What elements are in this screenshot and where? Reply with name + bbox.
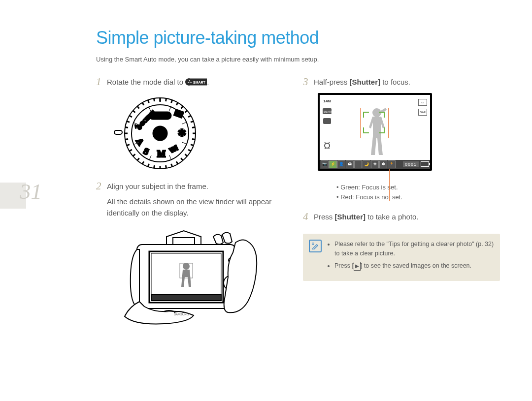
svg-line-16 [191, 144, 194, 145]
night-scene-icon: 🌙 [363, 160, 370, 168]
svg-line-15 [192, 139, 195, 139]
lcd-preview-figure: 14M SMART ▭ SAF [318, 93, 441, 203]
step-3-pre: Half-press [314, 78, 350, 86]
svg-line-33 [125, 127, 128, 127]
svg-text:SMART: SMART [153, 115, 166, 118]
lcd-left-icons: 14M SMART [322, 98, 332, 149]
focus-note-green: Green: Focus is set. [336, 183, 441, 193]
svg-line-31 [125, 139, 128, 139]
step-4-post: to take a photo. [366, 213, 419, 221]
step-4-pre: Press [314, 213, 335, 221]
note-icon [309, 240, 322, 252]
tip-2-post: ] to see the saved images on the screen. [361, 262, 471, 269]
landscape-scene-icon: 🏔 [346, 160, 354, 168]
svg-line-12 [191, 121, 194, 122]
step-3-number: 3 [303, 76, 308, 88]
shot-counter: 0001 [403, 161, 419, 167]
step-4-number: 4 [303, 211, 308, 223]
svg-line-7 [171, 100, 172, 103]
step-3: 3 Half-press [Shutter] to focus. [303, 77, 500, 88]
step-4-text: Press [Shutter] to take a photo. [314, 213, 419, 221]
lcd-bottom-bar: 📷 ⚡ 👤 🏔 🌙 ❀ ✽ 🏃 0001 [320, 160, 430, 169]
intro-text: Using the Smart Auto mode, you can take … [96, 56, 319, 63]
step-1-post: . [207, 78, 209, 86]
step-2-number: 2 [96, 180, 101, 192]
step-3-bold: [Shutter] [350, 78, 381, 86]
focus-notes: Green: Focus is set. Red: Focus is not s… [336, 183, 441, 203]
svg-line-24 [154, 165, 154, 168]
svg-line-21 [171, 164, 172, 167]
svg-rect-66 [151, 295, 221, 301]
focus-note-red: Red: Focus is not set. [336, 192, 441, 203]
tip-item-2: Press [▶] to see the saved images on the… [334, 261, 494, 271]
camera-holding-figure: SAMSUNG [110, 228, 283, 328]
svg-point-0 [189, 80, 190, 81]
tip-list: Please refer to the "Tips for getting a … [327, 240, 494, 274]
focus-confirm-brackets [363, 112, 385, 133]
action-scene-icon: 🏃 [388, 160, 396, 168]
svg-point-78 [325, 143, 330, 148]
svg-line-25 [148, 164, 149, 167]
step-2-subtext: All the details shown on the view finder… [107, 196, 283, 219]
step-3-post: to focus. [380, 78, 410, 86]
svg-line-6 [166, 98, 166, 101]
svg-line-34 [127, 121, 130, 122]
single-shot-icon: ▭ [418, 99, 427, 106]
tip-item-1: Please refer to the "Tips for getting a … [334, 240, 494, 259]
step-3-text: Half-press [Shutter] to focus. [314, 78, 410, 86]
step-2-text: Align your subject in the frame. [107, 182, 208, 190]
quality-icon [322, 118, 332, 124]
text-scene-icon: ✽ [379, 160, 387, 168]
portrait-scene-icon: 👤 [337, 160, 345, 168]
svg-line-13 [192, 127, 195, 127]
svg-rect-77 [323, 118, 331, 124]
svg-rect-2 [114, 130, 122, 134]
lcd-frame: 14M SMART ▭ SAF [318, 93, 432, 171]
step-1: 1 Rotate the mode dial to SMART . [96, 77, 283, 88]
left-column: 1 Rotate the mode dial to SMART . [96, 70, 283, 328]
step-4-bold: [Shutter] [335, 213, 366, 221]
resolution-icon: 14M [322, 98, 332, 105]
macro-scene-icon: ❀ [371, 160, 379, 168]
step-1-pre: Rotate the mode dial to [107, 78, 185, 86]
svg-point-42 [153, 126, 167, 140]
tip-box: Please refer to the "Tips for getting a … [303, 234, 500, 281]
right-column: 3 Half-press [Shutter] to focus. 14M SMA… [303, 70, 500, 328]
mode-dial-figure: SMART SCENE ✱ Wi M [113, 94, 283, 174]
tip-2-pre: Press [ [334, 262, 354, 269]
svg-text:SMART: SMART [193, 81, 206, 84]
svg-line-40 [154, 98, 154, 101]
lcd-right-icons: ▭ SAF [418, 99, 427, 116]
svg-text:SAMSUNG: SAMSUNG [174, 313, 189, 316]
svg-text:✱: ✱ [178, 127, 186, 138]
page-number: 31 [20, 179, 42, 204]
ois-icon [322, 142, 332, 149]
svg-line-39 [148, 100, 149, 103]
step-2: 2 Align your subject in the frame. [96, 181, 283, 192]
flash-auto-icon: ⚡ [329, 160, 337, 168]
playback-button-icon: ▶ [354, 262, 361, 271]
step-1-text: Rotate the mode dial to SMART . [107, 78, 209, 86]
svg-point-72 [183, 263, 190, 270]
smart-mode-icon: SMART [322, 108, 332, 115]
smart-auto-icon: SMART [185, 78, 207, 86]
white-scene-icon [354, 160, 362, 168]
callout-line [389, 169, 390, 201]
battery-icon [421, 161, 429, 167]
svg-line-30 [127, 144, 130, 145]
saf-icon: SAF [418, 109, 427, 116]
camera-icon: 📷 [321, 160, 329, 168]
svg-text:SMART: SMART [324, 110, 332, 113]
svg-text:M: M [157, 149, 166, 159]
step-4: 4 Press [Shutter] to take a photo. [303, 212, 500, 223]
page-title: Simple picture-taking method [96, 28, 319, 48]
step-1-number: 1 [96, 76, 101, 88]
svg-line-22 [166, 165, 166, 168]
